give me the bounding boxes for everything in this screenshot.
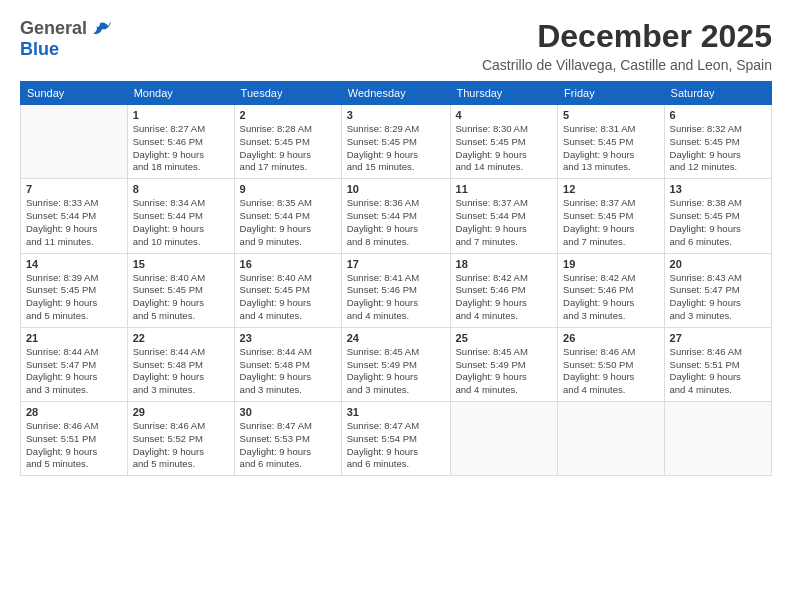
day-number: 1 — [133, 109, 229, 121]
logo-general-text: General — [20, 19, 87, 39]
table-row: 20Sunrise: 8:43 AMSunset: 5:47 PMDayligh… — [664, 253, 771, 327]
table-row: 13Sunrise: 8:38 AMSunset: 5:45 PMDayligh… — [664, 179, 771, 253]
day-info: Sunrise: 8:39 AMSunset: 5:45 PMDaylight:… — [26, 272, 122, 323]
day-info: Sunrise: 8:46 AMSunset: 5:51 PMDaylight:… — [26, 420, 122, 471]
day-number: 29 — [133, 406, 229, 418]
col-wednesday: Wednesday — [341, 82, 450, 105]
table-row: 30Sunrise: 8:47 AMSunset: 5:53 PMDayligh… — [234, 402, 341, 476]
table-row: 29Sunrise: 8:46 AMSunset: 5:52 PMDayligh… — [127, 402, 234, 476]
table-row: 2Sunrise: 8:28 AMSunset: 5:45 PMDaylight… — [234, 105, 341, 179]
day-number: 2 — [240, 109, 336, 121]
day-number: 12 — [563, 183, 658, 195]
day-info: Sunrise: 8:46 AMSunset: 5:50 PMDaylight:… — [563, 346, 658, 397]
col-friday: Friday — [558, 82, 664, 105]
day-number: 4 — [456, 109, 553, 121]
table-row: 10Sunrise: 8:36 AMSunset: 5:44 PMDayligh… — [341, 179, 450, 253]
table-row: 28Sunrise: 8:46 AMSunset: 5:51 PMDayligh… — [21, 402, 128, 476]
day-info: Sunrise: 8:35 AMSunset: 5:44 PMDaylight:… — [240, 197, 336, 248]
day-number: 22 — [133, 332, 229, 344]
table-row — [450, 402, 558, 476]
day-number: 14 — [26, 258, 122, 270]
table-row: 8Sunrise: 8:34 AMSunset: 5:44 PMDaylight… — [127, 179, 234, 253]
table-row: 18Sunrise: 8:42 AMSunset: 5:46 PMDayligh… — [450, 253, 558, 327]
day-number: 31 — [347, 406, 445, 418]
day-info: Sunrise: 8:44 AMSunset: 5:48 PMDaylight:… — [133, 346, 229, 397]
calendar-header-row: Sunday Monday Tuesday Wednesday Thursday… — [21, 82, 772, 105]
day-info: Sunrise: 8:40 AMSunset: 5:45 PMDaylight:… — [133, 272, 229, 323]
day-number: 24 — [347, 332, 445, 344]
day-number: 25 — [456, 332, 553, 344]
table-row: 25Sunrise: 8:45 AMSunset: 5:49 PMDayligh… — [450, 327, 558, 401]
day-info: Sunrise: 8:47 AMSunset: 5:53 PMDaylight:… — [240, 420, 336, 471]
day-number: 18 — [456, 258, 553, 270]
title-block: December 2025 Castrillo de Villavega, Ca… — [482, 18, 772, 73]
day-info: Sunrise: 8:33 AMSunset: 5:44 PMDaylight:… — [26, 197, 122, 248]
day-info: Sunrise: 8:36 AMSunset: 5:44 PMDaylight:… — [347, 197, 445, 248]
col-sunday: Sunday — [21, 82, 128, 105]
day-info: Sunrise: 8:34 AMSunset: 5:44 PMDaylight:… — [133, 197, 229, 248]
table-row: 12Sunrise: 8:37 AMSunset: 5:45 PMDayligh… — [558, 179, 664, 253]
table-row — [558, 402, 664, 476]
table-row: 7Sunrise: 8:33 AMSunset: 5:44 PMDaylight… — [21, 179, 128, 253]
table-row: 14Sunrise: 8:39 AMSunset: 5:45 PMDayligh… — [21, 253, 128, 327]
day-info: Sunrise: 8:45 AMSunset: 5:49 PMDaylight:… — [456, 346, 553, 397]
day-info: Sunrise: 8:46 AMSunset: 5:51 PMDaylight:… — [670, 346, 766, 397]
day-info: Sunrise: 8:27 AMSunset: 5:46 PMDaylight:… — [133, 123, 229, 174]
col-monday: Monday — [127, 82, 234, 105]
table-row — [664, 402, 771, 476]
location-title: Castrillo de Villavega, Castille and Leo… — [482, 57, 772, 73]
day-number: 7 — [26, 183, 122, 195]
table-row: 4Sunrise: 8:30 AMSunset: 5:45 PMDaylight… — [450, 105, 558, 179]
col-saturday: Saturday — [664, 82, 771, 105]
calendar-week-row: 7Sunrise: 8:33 AMSunset: 5:44 PMDaylight… — [21, 179, 772, 253]
day-number: 8 — [133, 183, 229, 195]
day-number: 15 — [133, 258, 229, 270]
col-tuesday: Tuesday — [234, 82, 341, 105]
table-row: 6Sunrise: 8:32 AMSunset: 5:45 PMDaylight… — [664, 105, 771, 179]
table-row: 21Sunrise: 8:44 AMSunset: 5:47 PMDayligh… — [21, 327, 128, 401]
day-info: Sunrise: 8:32 AMSunset: 5:45 PMDaylight:… — [670, 123, 766, 174]
day-number: 30 — [240, 406, 336, 418]
table-row: 5Sunrise: 8:31 AMSunset: 5:45 PMDaylight… — [558, 105, 664, 179]
day-number: 10 — [347, 183, 445, 195]
header: General Blue December 2025 Castrillo de … — [20, 18, 772, 73]
table-row: 22Sunrise: 8:44 AMSunset: 5:48 PMDayligh… — [127, 327, 234, 401]
day-number: 21 — [26, 332, 122, 344]
day-info: Sunrise: 8:37 AMSunset: 5:44 PMDaylight:… — [456, 197, 553, 248]
table-row: 17Sunrise: 8:41 AMSunset: 5:46 PMDayligh… — [341, 253, 450, 327]
day-info: Sunrise: 8:37 AMSunset: 5:45 PMDaylight:… — [563, 197, 658, 248]
table-row: 24Sunrise: 8:45 AMSunset: 5:49 PMDayligh… — [341, 327, 450, 401]
table-row: 11Sunrise: 8:37 AMSunset: 5:44 PMDayligh… — [450, 179, 558, 253]
day-number: 17 — [347, 258, 445, 270]
logo-bird-icon — [89, 18, 111, 40]
table-row: 26Sunrise: 8:46 AMSunset: 5:50 PMDayligh… — [558, 327, 664, 401]
table-row: 27Sunrise: 8:46 AMSunset: 5:51 PMDayligh… — [664, 327, 771, 401]
table-row: 23Sunrise: 8:44 AMSunset: 5:48 PMDayligh… — [234, 327, 341, 401]
day-number: 19 — [563, 258, 658, 270]
day-info: Sunrise: 8:42 AMSunset: 5:46 PMDaylight:… — [456, 272, 553, 323]
calendar-week-row: 28Sunrise: 8:46 AMSunset: 5:51 PMDayligh… — [21, 402, 772, 476]
month-title: December 2025 — [482, 18, 772, 55]
table-row: 9Sunrise: 8:35 AMSunset: 5:44 PMDaylight… — [234, 179, 341, 253]
table-row: 3Sunrise: 8:29 AMSunset: 5:45 PMDaylight… — [341, 105, 450, 179]
day-info: Sunrise: 8:41 AMSunset: 5:46 PMDaylight:… — [347, 272, 445, 323]
logo-blue-text: Blue — [20, 40, 111, 60]
day-number: 20 — [670, 258, 766, 270]
table-row: 31Sunrise: 8:47 AMSunset: 5:54 PMDayligh… — [341, 402, 450, 476]
day-info: Sunrise: 8:31 AMSunset: 5:45 PMDaylight:… — [563, 123, 658, 174]
table-row: 1Sunrise: 8:27 AMSunset: 5:46 PMDaylight… — [127, 105, 234, 179]
day-info: Sunrise: 8:28 AMSunset: 5:45 PMDaylight:… — [240, 123, 336, 174]
day-number: 16 — [240, 258, 336, 270]
page: General Blue December 2025 Castrillo de … — [0, 0, 792, 612]
day-info: Sunrise: 8:47 AMSunset: 5:54 PMDaylight:… — [347, 420, 445, 471]
day-info: Sunrise: 8:29 AMSunset: 5:45 PMDaylight:… — [347, 123, 445, 174]
table-row — [21, 105, 128, 179]
table-row: 15Sunrise: 8:40 AMSunset: 5:45 PMDayligh… — [127, 253, 234, 327]
calendar-table: Sunday Monday Tuesday Wednesday Thursday… — [20, 81, 772, 476]
day-info: Sunrise: 8:43 AMSunset: 5:47 PMDaylight:… — [670, 272, 766, 323]
calendar-week-row: 21Sunrise: 8:44 AMSunset: 5:47 PMDayligh… — [21, 327, 772, 401]
day-number: 6 — [670, 109, 766, 121]
day-info: Sunrise: 8:46 AMSunset: 5:52 PMDaylight:… — [133, 420, 229, 471]
day-number: 11 — [456, 183, 553, 195]
day-number: 9 — [240, 183, 336, 195]
